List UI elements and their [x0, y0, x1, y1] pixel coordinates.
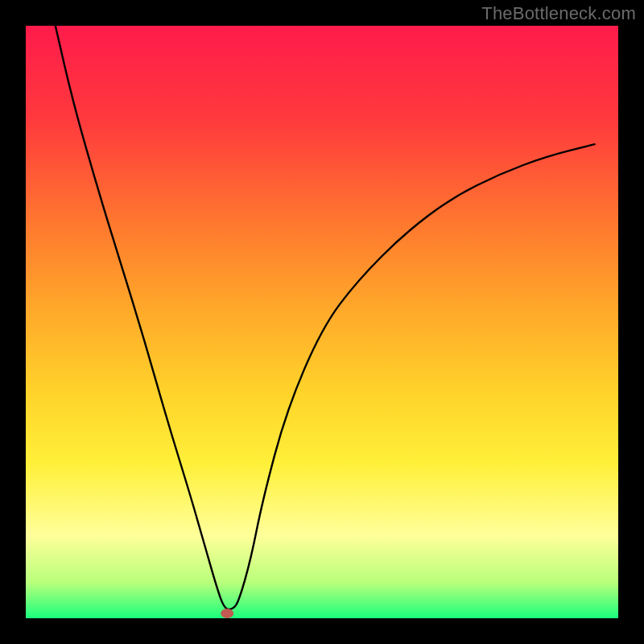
watermark-text: TheBottleneck.com — [481, 3, 636, 24]
optimal-point-marker — [221, 609, 233, 618]
chart-container: TheBottleneck.com — [0, 0, 644, 644]
chart-plot-area — [26, 26, 618, 618]
bottleneck-chart — [0, 0, 644, 644]
